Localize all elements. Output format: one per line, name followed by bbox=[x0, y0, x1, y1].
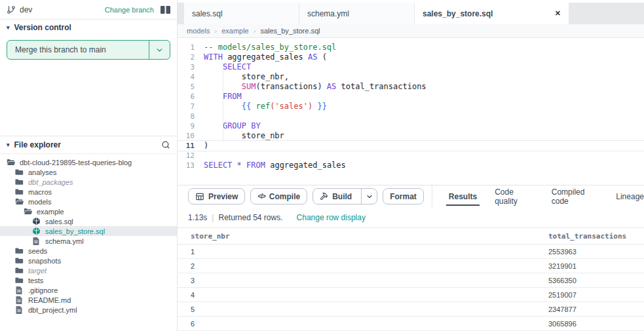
line-number: 5 bbox=[178, 82, 204, 92]
tree-item-sales.sql[interactable]: sales.sql bbox=[0, 216, 177, 226]
result-tab-results[interactable]: Results bbox=[449, 185, 477, 207]
folder-icon bbox=[15, 187, 24, 196]
breadcrumb-item: models bbox=[187, 27, 210, 35]
tree-item-label: seeds bbox=[28, 247, 47, 255]
line-number: 11 bbox=[178, 141, 204, 151]
branch-bar: dev Change branch bbox=[0, 0, 177, 20]
build-dropdown-button[interactable] bbox=[361, 189, 377, 204]
code-text: GROUP BY bbox=[204, 121, 644, 131]
folder-icon bbox=[15, 168, 24, 176]
main-panel: sales.sqlschema.ymlsales_by_store.sql✕ m… bbox=[178, 0, 644, 331]
compile-button[interactable]: </> Compile bbox=[250, 188, 307, 204]
tree-item-label: target bbox=[28, 267, 47, 275]
results-table-header-row: store_nbrtotal_transactions bbox=[178, 228, 644, 244]
chevron-right-icon: › bbox=[214, 27, 217, 35]
build-button[interactable]: Build bbox=[313, 188, 377, 204]
preview-button[interactable]: Preview bbox=[188, 188, 245, 204]
result-tab-lineage[interactable]: Lineage bbox=[616, 185, 644, 207]
total-transactions-cell: 3219901 bbox=[548, 259, 644, 273]
search-icon[interactable] bbox=[161, 140, 170, 149]
result-tab-compiled-code[interactable]: Compiled code bbox=[552, 185, 599, 207]
folder-open-icon bbox=[24, 207, 33, 216]
code-line-13: 13SELECT * FROM aggregated_sales bbox=[178, 161, 644, 170]
folder-open-icon bbox=[7, 158, 16, 166]
breadcrumb: models›example›sales_by_store.sql bbox=[178, 24, 644, 38]
code-text bbox=[204, 111, 644, 121]
table-row: 12553963 bbox=[178, 244, 644, 259]
line-number: 6 bbox=[178, 92, 204, 102]
tree-item-dbt_project.yml[interactable]: dbt_project.yml bbox=[0, 305, 177, 315]
file-icon bbox=[15, 286, 24, 295]
tab-sales_by_store.sql[interactable]: sales_by_store.sql✕ bbox=[415, 3, 569, 24]
total-transactions-cell: 2553963 bbox=[548, 244, 644, 259]
tree-item-seeds[interactable]: seeds bbox=[0, 246, 177, 256]
column-header-total_transactions: total_transactions bbox=[548, 228, 644, 244]
code-line-7: 7 {{ ref('sales') }} bbox=[178, 102, 644, 111]
table-grid-icon bbox=[195, 192, 204, 201]
merge-branch-button[interactable]: Merge this branch to main bbox=[7, 40, 170, 60]
tree-item-target[interactable]: target bbox=[0, 265, 177, 275]
code-line-6: 6 FROM bbox=[178, 92, 644, 102]
chevron-down-icon: ▾ bbox=[7, 142, 10, 148]
tab-sales.sql[interactable]: sales.sql bbox=[184, 3, 299, 24]
line-number: 3 bbox=[178, 62, 204, 72]
change-branch-link[interactable]: Change branch bbox=[105, 6, 154, 14]
change-row-display-link[interactable]: Change row display bbox=[297, 213, 366, 222]
results-table: store_nbrtotal_transactions 125539632321… bbox=[178, 227, 644, 331]
table-row: 63065896 bbox=[178, 317, 644, 331]
code-line-2: 2WITH aggregated_sales AS ( bbox=[178, 52, 644, 62]
split-panes-icon[interactable] bbox=[161, 6, 170, 14]
tab-label: schema.yml bbox=[307, 9, 349, 18]
total-transactions-cell: 2519007 bbox=[548, 288, 644, 302]
format-button[interactable]: Format bbox=[383, 188, 424, 204]
store-nbr-cell: 6 bbox=[178, 317, 548, 331]
store-nbr-cell: 3 bbox=[178, 273, 548, 288]
tree-item-snapshots[interactable]: snapshots bbox=[0, 256, 177, 265]
total-transactions-cell: 3065896 bbox=[548, 317, 644, 331]
code-line-1: 1-- models/sales_by_store.sql bbox=[178, 43, 644, 52]
store-nbr-cell: 1 bbox=[178, 244, 548, 259]
sql-editor[interactable]: 1-- models/sales_by_store.sql2WITH aggre… bbox=[178, 38, 644, 185]
tree-item-.gitignore[interactable]: .gitignore bbox=[0, 285, 177, 295]
file-explorer-header[interactable]: ▾ File explorer bbox=[0, 136, 177, 154]
result-tab-code-quality[interactable]: Code quality bbox=[495, 185, 534, 207]
tree-item-models[interactable]: models bbox=[0, 197, 177, 206]
tree-item-schema.yml[interactable]: schema.yml bbox=[0, 236, 177, 246]
folder-icon bbox=[15, 266, 24, 275]
code-line-12: 12 bbox=[178, 151, 644, 161]
tree-item-label: .gitignore bbox=[28, 286, 58, 294]
close-icon[interactable]: ✕ bbox=[555, 9, 561, 18]
folder-icon bbox=[15, 178, 24, 186]
chevron-down-icon: ▾ bbox=[7, 24, 10, 31]
code-text: ) bbox=[204, 141, 644, 151]
code-text: FROM bbox=[204, 92, 644, 102]
tree-item-sales_by_store.sql[interactable]: sales_by_store.sql bbox=[0, 226, 177, 236]
tree-item-README.md[interactable]: README.md bbox=[0, 295, 177, 305]
code-line-10: 10 store_nbr bbox=[178, 131, 644, 141]
merge-dropdown-button[interactable] bbox=[149, 41, 170, 59]
line-number: 8 bbox=[178, 111, 204, 121]
code-text: -- models/sales_by_store.sql bbox=[204, 43, 644, 52]
tree-item-tests[interactable]: tests bbox=[0, 275, 177, 285]
line-number: 1 bbox=[178, 43, 204, 52]
store-nbr-cell: 4 bbox=[178, 288, 548, 302]
line-number: 4 bbox=[178, 72, 204, 82]
code-line-4: 4 store_nbr, bbox=[178, 72, 644, 82]
tree-item-analyses[interactable]: analyses bbox=[0, 167, 177, 177]
breadcrumb-item: sales_by_store.sql bbox=[260, 27, 320, 35]
version-control-header[interactable]: ▾ Version control bbox=[0, 20, 177, 35]
editor-toolbar: Preview </> Compile Build bbox=[178, 185, 644, 207]
code-text bbox=[204, 151, 644, 161]
code-text: store_nbr bbox=[204, 131, 644, 141]
tab-schema.yml[interactable]: schema.yml bbox=[299, 3, 414, 24]
code-line-5: 5 SUM(transactions) AS total_transaction… bbox=[178, 82, 644, 92]
tree-item-example[interactable]: example bbox=[0, 206, 177, 216]
code-line-3: 3 SELECT bbox=[178, 62, 644, 72]
line-number: 13 bbox=[178, 161, 204, 170]
tree-item-macros[interactable]: macros bbox=[0, 187, 177, 197]
tree-item-dbt-cloud-219895-test-queries-blog[interactable]: dbt-cloud-219895-test-queries-blog bbox=[0, 157, 177, 167]
tree-item-dbt_packages[interactable]: dbt_packages bbox=[0, 177, 177, 187]
status-bar: 1.13s | Returned 54 rows. Change row dis… bbox=[178, 207, 644, 227]
line-number: 12 bbox=[178, 151, 204, 161]
branch-name: dev bbox=[20, 5, 32, 14]
